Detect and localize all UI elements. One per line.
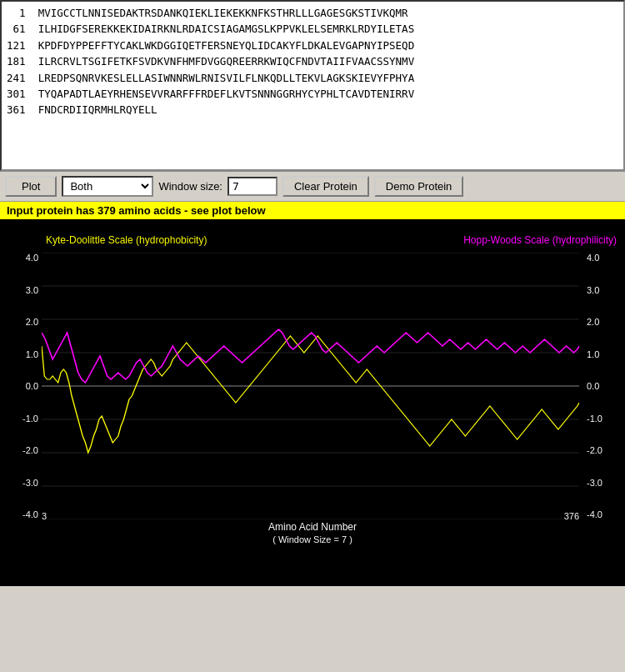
y-axis-right: 4.03.02.01.00.0-1.0-2.0-3.0-4.0	[583, 253, 625, 519]
sequence-line: 301 TYQAPADTLAEYRHENSEVVRARFFFRDEFLKVTSN…	[7, 86, 618, 102]
y-tick-right: 0.0	[587, 381, 599, 391]
window-size-note: ( Window Size = 7 )	[272, 534, 352, 544]
chart-title-right: Hopp-Woods Scale (hydrophilicity)	[463, 234, 617, 246]
sequence-line: 361 FNDCRDIIQRMHLRQYELL	[7, 102, 618, 118]
status-text: Input protein has 379 amino acids - see …	[7, 204, 266, 217]
chart-container: Kyte-Doolittle Scale (hydrophobicity) Ho…	[0, 219, 625, 586]
y-tick-right: 1.0	[587, 349, 599, 359]
x-tick-start: 3	[42, 511, 47, 521]
y-tick-left: -3.0	[22, 478, 38, 488]
y-tick-left: -4.0	[22, 509, 38, 519]
y-tick-left: 3.0	[26, 285, 38, 295]
sequence-line: 61 ILHIDGFSEREKKEKIDAIRKNLRDAICSIAGAMGSL…	[7, 21, 618, 37]
y-axis-left: 4.03.02.01.00.0-1.0-2.0-3.0-4.0	[0, 253, 42, 519]
demo-protein-button[interactable]: Demo Protein	[374, 176, 463, 197]
sequence-line: 181 ILRCRVLTSGIFETKFSVDKVNFHMFDVGGQREERR…	[7, 53, 618, 69]
sequence-line: 121 KPDFDYPPEFFTYCAKLWKDGGIQETFERSNEYQLI…	[7, 38, 618, 53]
y-tick-right: -4.0	[587, 509, 602, 519]
sequence-display[interactable]: 1 MVIGCCTLNNISEDAKTRSDANKQIEKLIEKEKKNFKS…	[0, 0, 625, 171]
y-tick-left: -2.0	[22, 445, 38, 455]
y-tick-left: 0.0	[26, 381, 38, 391]
x-tick-end: 376	[564, 511, 579, 521]
chart-title-left: Kyte-Doolittle Scale (hydrophobicity)	[46, 234, 207, 246]
y-tick-left: 4.0	[26, 253, 38, 263]
y-tick-left: -1.0	[22, 414, 38, 424]
window-size-label: Window size:	[158, 180, 222, 193]
x-axis-label: Amino Acid Number	[268, 521, 357, 533]
clear-protein-button[interactable]: Clear Protein	[282, 176, 369, 197]
y-tick-right: -3.0	[587, 478, 602, 488]
chart-svg	[42, 253, 579, 519]
y-tick-left: 1.0	[26, 349, 38, 359]
toolbar: Plot Kyte-DoolittleHopp-WoodsBoth Window…	[0, 171, 625, 201]
chart-inner: Kyte-Doolittle Scale (hydrophobicity) Ho…	[0, 228, 625, 544]
plot-button[interactable]: Plot	[5, 176, 57, 197]
sequence-line: 1 MVIGCCTLNNISEDAKTRSDANKQIEKLIEKEKKNFKS…	[7, 5, 618, 21]
y-tick-right: 2.0	[587, 317, 599, 327]
status-bar: Input protein has 379 amino acids - see …	[0, 201, 625, 219]
y-tick-right: 4.0	[587, 253, 599, 263]
y-tick-right: 3.0	[587, 285, 599, 295]
y-tick-right: -1.0	[587, 414, 602, 424]
y-tick-left: 2.0	[26, 317, 38, 327]
sequence-line: 241 LREDPSQNRVKESLELLASIWNNRWLRNISVILFLN…	[7, 70, 618, 86]
y-tick-right: -2.0	[587, 445, 602, 455]
x-axis-labels: 3 376	[42, 511, 579, 521]
window-size-input[interactable]	[228, 177, 278, 196]
mode-select[interactable]: Kyte-DoolittleHopp-WoodsBoth	[62, 176, 153, 197]
